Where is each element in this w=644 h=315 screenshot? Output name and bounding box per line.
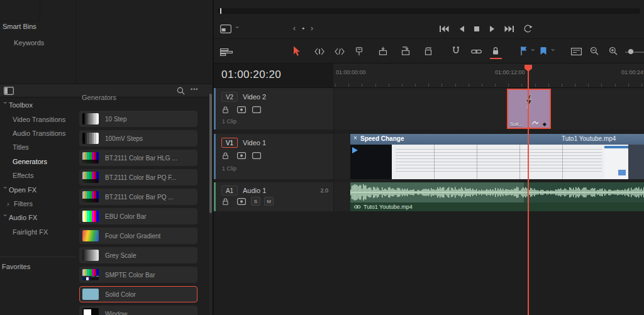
video-clip-tuto1[interactable]: × Speed Change Tuto1 Youtube.mp4	[350, 134, 644, 179]
generators-list: 10 Step100mV StepsBT.2111 Color Bar HLG …	[75, 111, 210, 315]
flag-icon[interactable]	[520, 46, 528, 56]
track-v2-lane[interactable]	[333, 88, 644, 130]
chevron-down-icon: ›	[3, 214, 9, 221]
sidebar-item-toolbox[interactable]: ›Toolbox	[0, 98, 75, 112]
timeline-clip-options-icon[interactable]	[220, 25, 231, 33]
options-menu-button[interactable]: •••	[191, 86, 198, 92]
generator-item-bt-2111-color-bar-hlg[interactable]: BT.2111 Color Bar HLG ...	[79, 150, 197, 166]
chevron-down-icon[interactable]: ›	[235, 26, 241, 33]
previous-marker-icon[interactable]: ‹	[293, 24, 296, 33]
zoom-slider-knob[interactable]	[628, 49, 633, 54]
marker-dot-icon[interactable]: ●	[302, 26, 304, 30]
trim-edit-mode-tool[interactable]	[314, 48, 325, 55]
sidebar-item-smart-bins[interactable]: Smart Bins	[3, 23, 36, 30]
track-id-badge[interactable]: V2	[221, 92, 238, 102]
sidebar-item-effects[interactable]: Effects	[0, 169, 75, 182]
linked-selection-icon[interactable]	[471, 48, 482, 55]
track-lock-icon[interactable]	[222, 106, 229, 114]
timeline-scroll-position[interactable]	[220, 8, 221, 14]
sidebar-item-open-fx[interactable]: ›Open FX	[0, 182, 75, 196]
ruler-tick	[495, 84, 496, 87]
track-name[interactable]: Audio 1	[243, 187, 266, 194]
playhead-handle[interactable]	[524, 64, 533, 72]
marker-icon[interactable]	[540, 47, 547, 55]
position-lock-icon[interactable]	[492, 47, 499, 55]
track-enable-icon[interactable]	[252, 152, 261, 159]
panel-scrollbar[interactable]	[209, 90, 212, 315]
keyframe-diamond-icon[interactable]: ◆	[543, 121, 547, 127]
sidebar-item-generators[interactable]: Generators	[0, 155, 75, 169]
razor-edit-mode-tool[interactable]	[355, 47, 364, 56]
track-name[interactable]: Video 2	[243, 93, 266, 101]
next-marker-icon[interactable]: ›	[311, 24, 313, 33]
replace-clip-icon[interactable]	[424, 47, 433, 55]
timeline-empty-area[interactable]	[214, 211, 644, 315]
track-header-v2[interactable]: V2 Video 2 1 Clip	[214, 88, 333, 130]
solid-color-clip[interactable]: Soli... ◆	[507, 89, 551, 129]
track-mute-button[interactable]: M	[264, 197, 274, 206]
playhead-line[interactable]	[528, 65, 529, 315]
flag-chevron-icon[interactable]: ›	[530, 49, 536, 56]
timeline-ruler[interactable]: 01:00:00:00 01:00:12:00 01:00:24:00	[333, 64, 644, 87]
generator-item-ebu-color-bar[interactable]: EBU Color Bar	[79, 208, 197, 224]
play-icon[interactable]	[489, 25, 496, 33]
generator-item-10-step[interactable]: 10 Step	[79, 111, 197, 127]
audio-waveform-area	[350, 182, 644, 202]
loop-playback-icon[interactable]	[523, 25, 533, 33]
track-auto-select-icon[interactable]	[237, 152, 246, 159]
ruler-tick	[455, 84, 456, 87]
overwrite-clip-icon[interactable]	[401, 47, 410, 55]
panel-toggle-icon[interactable]	[4, 87, 14, 95]
marker-chevron-icon[interactable]: ›	[550, 49, 557, 56]
stop-icon[interactable]	[474, 26, 480, 32]
track-id-badge-selected[interactable]: V1	[221, 138, 238, 148]
generator-item-100mv-steps[interactable]: 100mV Steps	[79, 130, 197, 146]
track-auto-select-icon[interactable]	[237, 106, 246, 113]
snapping-icon[interactable]	[452, 47, 460, 55]
sidebar-item-audio-transitions[interactable]: Audio Transitions	[0, 126, 75, 140]
zoom-out-icon[interactable]	[590, 47, 599, 55]
ruler-tick	[508, 84, 509, 87]
track-v1-color-stripe	[214, 134, 216, 179]
insert-clip-icon[interactable]	[379, 47, 387, 55]
clip-speed-change-header[interactable]: × Speed Change Tuto1 Youtube.mp4	[350, 134, 644, 145]
timeline-view-options-icon[interactable]	[220, 48, 233, 56]
track-auto-select-icon[interactable]	[237, 198, 246, 205]
clip-name-label: Tuto1 Youtube.mp4	[562, 135, 616, 142]
track-lock-icon[interactable]	[222, 197, 229, 206]
track-enable-icon[interactable]	[252, 106, 261, 113]
sidebar-item-label: Video Transitions	[13, 116, 65, 123]
sidebar-item-titles[interactable]: Titles	[0, 140, 75, 154]
generator-item-bt-2111-color-bar-pq-f[interactable]: BT.2111 Color Bar PQ F...	[79, 169, 197, 185]
skip-start-icon[interactable]	[439, 25, 449, 33]
track-lock-icon[interactable]	[222, 152, 229, 160]
custom-zoom-icon[interactable]	[571, 48, 582, 55]
sidebar-item-fairlight-fx[interactable]: Fairlight FX	[0, 225, 75, 239]
generator-item-four-color-gradient[interactable]: Four Color Gradient	[79, 228, 197, 244]
generator-item-smpte-color-bar[interactable]: SMPTE Color Bar	[79, 267, 197, 283]
sidebar-item-favorites[interactable]: Favorites	[0, 260, 75, 274]
track-solo-button[interactable]: S	[251, 197, 260, 206]
track-header-a1[interactable]: A1 Audio 1 2.0 S M	[214, 182, 333, 211]
generator-item-bt-2111-color-bar-pq[interactable]: BT.2111 Color Bar PQ ...	[79, 189, 197, 205]
track-header-v1[interactable]: V1 Video 1 1 Clip	[214, 134, 333, 179]
generator-item-grey-scale[interactable]: Grey Scale	[79, 247, 197, 263]
sidebar-item-audio-fx[interactable]: ›Audio FX	[0, 211, 75, 224]
audio-clip-tuto1[interactable]: Tuto1 Youtube.mp4	[350, 182, 644, 211]
sidebar-item-keywords[interactable]: Keywords	[14, 39, 44, 47]
track-id-badge[interactable]: A1	[221, 185, 238, 196]
zoom-in-icon[interactable]	[609, 47, 618, 55]
panel-scrollbar-thumb[interactable]	[209, 94, 212, 213]
selection-mode-tool[interactable]	[292, 46, 301, 57]
close-icon[interactable]: ×	[353, 135, 357, 141]
track-name[interactable]: Video 1	[243, 139, 266, 146]
generator-item-window[interactable]: Window	[79, 306, 197, 315]
dynamic-trim-mode-tool[interactable]	[335, 48, 345, 55]
skip-end-icon[interactable]	[504, 25, 514, 33]
sidebar-item-video-transitions[interactable]: Video Transitions	[0, 112, 75, 126]
timeline-scroll-strip[interactable]	[218, 8, 640, 14]
generator-item-solid-color[interactable]: Solid Color	[79, 286, 197, 302]
play-reverse-icon[interactable]	[458, 25, 465, 33]
retime-curve-icon[interactable]	[532, 121, 538, 125]
sidebar-item-filters[interactable]: ›Filters	[0, 197, 75, 211]
